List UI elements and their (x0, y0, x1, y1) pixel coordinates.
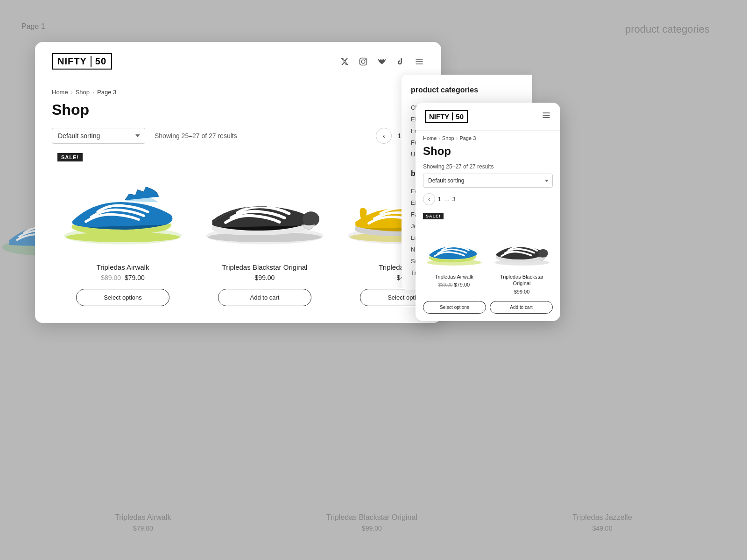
product-2-sale-price: $99.00 (255, 274, 275, 281)
mobile-header: NIFTY 50 (416, 103, 560, 131)
desktop-page-title: Shop (35, 96, 441, 128)
mobile-product-1-price: $89.00 $79.00 (423, 282, 485, 287)
breadcrumb-shop[interactable]: Shop (76, 89, 90, 96)
mobile-menu-icon[interactable] (542, 111, 551, 122)
mobile-breadcrumb: Home › Shop › Page 3 (416, 131, 560, 141)
bg-product-3-price: $49.00 (572, 525, 632, 532)
breadcrumb-current: Page 3 (97, 89, 116, 96)
desktop-toolbar: Default sorting Sort by popularity Sort … (35, 128, 441, 153)
instagram-icon[interactable] (358, 56, 368, 67)
bg-product-3-name: Tripledas Jazzelle (572, 513, 632, 522)
breadcrumb-sep-1: › (71, 89, 73, 96)
mobile-bc-sep2: › (456, 135, 458, 141)
mobile-bc-sep1: › (438, 135, 440, 141)
mobile-product-1-name: Tripledas Airwalk (423, 273, 485, 280)
header-icons (339, 56, 424, 67)
bg-page-indicator: Page 1 (21, 22, 45, 31)
product-1-select-btn[interactable]: Select options (76, 289, 169, 306)
svg-point-3 (365, 59, 366, 60)
youtube-icon[interactable] (377, 56, 387, 67)
bg-product-1-name: Tripledas Airwalk (115, 513, 171, 522)
mobile-page-dots: … (444, 196, 450, 203)
logo-nifty: NIFTY (57, 56, 92, 67)
mobile-pagination: ‹ 1 … 3 (416, 193, 560, 211)
product-1-name: Tripledas Airwalk (57, 263, 188, 271)
desktop-product-grid: SALE! Tripledas Air (35, 153, 441, 323)
mobile-product-1-sale: $79.00 (454, 282, 470, 287)
desktop-breadcrumb: Home › Shop › Page 3 (35, 81, 441, 96)
mobile-product-blackstar: Tripledas Blackstar Original $99.00 (491, 223, 553, 299)
desktop-modal: NIFTY 50 Home › Shop › Page 3 (35, 42, 441, 323)
product-1-price: $89.00 $79.00 (57, 274, 188, 281)
mobile-page-3[interactable]: 3 (452, 196, 456, 203)
tiktok-icon[interactable] (395, 56, 406, 67)
bg-product-1-price: $79.00 (115, 525, 171, 532)
mobile-products: SALE! Tripledas Airwalk $89.00 (416, 211, 560, 321)
mobile-product-image-airwalk (423, 223, 485, 270)
product-card-airwalk: SALE! Tripledas Air (52, 153, 194, 306)
results-text: Showing 25–27 of 27 results (155, 132, 237, 140)
mobile-logo-50: 50 (453, 112, 464, 120)
desktop-header: NIFTY 50 (35, 42, 441, 81)
product-1-original-price: $89.00 (101, 274, 121, 281)
product-2-price: $99.00 (199, 274, 330, 281)
bg-bottom-products: Tripledas Airwalk $79.00 Tripledas Black… (0, 513, 747, 532)
mobile-page-1[interactable]: 1 (438, 196, 441, 203)
svg-point-11 (303, 211, 319, 226)
mobile-add-to-cart-btn[interactable]: Add to cart (490, 301, 553, 314)
product-card-blackstar: Tripledas Blackstar Original $99.00 Add … (194, 153, 336, 306)
mobile-breadcrumb-shop[interactable]: Shop (442, 135, 454, 141)
product-1-sale-price: $79.00 (125, 274, 145, 281)
mobile-results-text: Showing 25–27 of 27 results (416, 163, 560, 174)
sort-select[interactable]: Default sorting Sort by popularity Sort … (52, 128, 145, 144)
mobile-sale-badge: SALE! (423, 213, 444, 219)
svg-rect-1 (360, 58, 367, 65)
mobile-product-2-price-val: $99.00 (514, 289, 530, 294)
mobile-product-1-original: $89.00 (438, 282, 453, 287)
bg-product-2-name: Tripledas Blackstar Original (326, 513, 417, 522)
mobile-modal: NIFTY 50 Home › Shop › Page 3 Shop Showi… (416, 103, 560, 321)
mobile-product-image-blackstar (491, 223, 553, 270)
bg-product-2-price: $99.00 (326, 525, 417, 532)
svg-point-2 (361, 60, 365, 63)
mobile-logo-nifty: NIFTY (429, 112, 453, 120)
twitter-icon[interactable] (339, 56, 350, 67)
product-image-blackstar (199, 153, 330, 256)
mobile-product-row: Tripledas Airwalk $89.00 $79.00 (423, 223, 553, 299)
mobile-product-2-price: $99.00 (491, 289, 553, 294)
mobile-product-airwalk: Tripledas Airwalk $89.00 $79.00 (423, 223, 485, 299)
mobile-btn-row: Select options Add to cart (423, 301, 553, 314)
sidebar-title: product categories (411, 86, 523, 94)
mobile-logo: NIFTY 50 (425, 110, 468, 123)
mobile-prev-btn[interactable]: ‹ (423, 193, 435, 205)
svg-point-19 (538, 249, 548, 258)
mobile-sort-select[interactable]: Default sorting Sort by popularity Sort … (423, 174, 553, 188)
sale-badge-1: SALE! (57, 153, 83, 161)
mobile-page-title: Shop (416, 141, 560, 163)
breadcrumb-sep-2: › (92, 89, 94, 96)
prev-page-btn[interactable]: ‹ (376, 128, 392, 144)
logo-50: 50 (92, 56, 106, 67)
mobile-breadcrumb-home[interactable]: Home (423, 135, 437, 141)
breadcrumb-home[interactable]: Home (52, 89, 68, 96)
mobile-product-2-name: Tripledas Blackstar Original (491, 273, 553, 287)
desktop-logo: NIFTY 50 (52, 53, 112, 70)
product-2-name: Tripledas Blackstar Original (199, 263, 330, 271)
mobile-breadcrumb-current: Page 3 (459, 135, 476, 141)
menu-icon[interactable] (414, 56, 424, 67)
product-2-add-btn[interactable]: Add to cart (218, 289, 311, 306)
product-image-airwalk (57, 153, 188, 256)
mobile-select-options-btn[interactable]: Select options (423, 301, 486, 314)
bg-top-right-text: product categories (625, 23, 710, 35)
